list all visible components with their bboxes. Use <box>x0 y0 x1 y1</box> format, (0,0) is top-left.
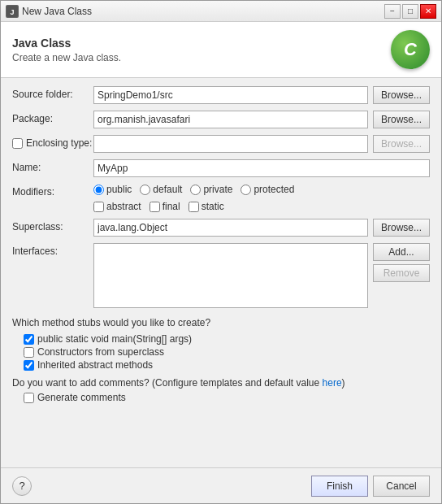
superclass-label: Superclass: <box>12 219 93 232</box>
dialog-title: Java Class <box>12 37 121 50</box>
close-button[interactable]: ✕ <box>420 4 436 19</box>
package-label: Package: <box>12 111 93 124</box>
title-bar: J New Java Class − □ ✕ <box>1 1 441 22</box>
modifier-private-radio[interactable] <box>190 185 201 195</box>
modifier-abstract-checkbox[interactable] <box>93 202 104 212</box>
window-title: New Java Class <box>22 6 92 17</box>
modifier-protected-option[interactable]: protected <box>240 184 294 195</box>
minimize-button[interactable]: − <box>384 4 401 19</box>
interfaces-area <box>93 243 368 311</box>
cancel-button[interactable]: Cancel <box>373 476 430 497</box>
source-folder-field <box>93 86 368 104</box>
superclass-row: Superclass: Browse... <box>12 219 430 237</box>
stubs-question: Which method stubs would you like to cre… <box>12 317 430 328</box>
form-content: Source folder: Browse... Package: Browse… <box>1 78 441 467</box>
source-folder-browse-button[interactable]: Browse... <box>373 86 430 104</box>
package-field <box>93 111 368 128</box>
generate-comments-label: Generate comments <box>37 392 126 403</box>
enclosing-type-label: Enclosing type: <box>26 137 92 149</box>
enclosing-type-checkbox[interactable] <box>12 138 23 149</box>
modifier-final-checkbox[interactable] <box>150 202 160 212</box>
enclosing-type-row: Enclosing type: Browse... <box>12 135 430 153</box>
modifier-abstract-label: abstract <box>106 201 141 212</box>
source-folder-label: Source folder: <box>12 86 93 100</box>
package-input[interactable] <box>93 111 368 128</box>
superclass-browse-button[interactable]: Browse... <box>373 219 430 237</box>
footer-buttons: Finish Cancel <box>311 476 430 497</box>
modifiers-access-row: public default private protected <box>93 184 294 195</box>
title-bar-left: J New Java Class <box>6 5 92 18</box>
source-folder-row: Source folder: Browse... <box>12 86 430 104</box>
modifier-abstract-option[interactable]: abstract <box>93 201 141 212</box>
modifier-public-radio[interactable] <box>93 185 104 195</box>
comments-question-end: ) <box>342 377 345 389</box>
header-area: Java Class Create a new Java class. C <box>1 22 441 78</box>
title-bar-controls: − □ ✕ <box>384 4 436 19</box>
modifiers-other-row: abstract final static <box>93 201 294 212</box>
enclosing-type-checkbox-label: Enclosing type: <box>12 135 93 149</box>
superclass-field <box>93 219 368 237</box>
header-text: Java Class Create a new Java class. <box>12 37 121 63</box>
source-folder-input[interactable] <box>93 86 368 104</box>
superclass-input[interactable] <box>93 219 368 237</box>
modifier-private-label: private <box>203 184 232 195</box>
maximize-button[interactable]: □ <box>402 4 418 19</box>
modifier-default-label: default <box>153 184 182 195</box>
modifier-default-radio[interactable] <box>140 185 150 195</box>
modifier-static-option[interactable]: static <box>188 201 224 212</box>
package-browse-button[interactable]: Browse... <box>373 111 430 128</box>
stub-constructor-checkbox[interactable] <box>24 347 34 358</box>
generate-comments-checkbox[interactable] <box>24 393 34 403</box>
modifier-protected-radio[interactable] <box>240 185 251 195</box>
stub-inherited-checkbox[interactable] <box>24 360 34 371</box>
eclipse-logo: C <box>391 30 430 69</box>
interfaces-textarea[interactable] <box>93 243 368 308</box>
stub-constructor-item[interactable]: Constructors from superclass <box>24 346 430 358</box>
name-input[interactable] <box>93 159 430 177</box>
generate-comments-item[interactable]: Generate comments <box>24 392 430 403</box>
modifier-final-option[interactable]: final <box>150 201 180 212</box>
help-button[interactable]: ? <box>12 476 32 496</box>
interfaces-row: Interfaces: Add... Remove <box>12 243 430 311</box>
modifiers-section: public default private protected <box>93 184 294 212</box>
stub-inherited-label: Inherited abstract methods <box>37 359 153 371</box>
modifier-private-option[interactable]: private <box>190 184 232 195</box>
comments-question: Do you want to add comments? (Configure … <box>12 377 430 389</box>
modifier-protected-label: protected <box>254 184 294 195</box>
modifier-static-checkbox[interactable] <box>188 202 199 212</box>
package-row: Package: Browse... <box>12 111 430 128</box>
stub-constructor-label: Constructors from superclass <box>37 346 164 358</box>
comments-section: Do you want to add comments? (Configure … <box>12 377 430 403</box>
modifier-default-option[interactable]: default <box>140 184 182 195</box>
enclosing-type-field <box>93 135 368 153</box>
app-icon: J <box>6 5 19 18</box>
name-row: Name: <box>12 159 430 177</box>
finish-button[interactable]: Finish <box>311 476 368 497</box>
dialog-window: J New Java Class − □ ✕ Java Class Create… <box>0 0 442 504</box>
stubs-list: public static void main(String[] args) C… <box>24 333 430 371</box>
stub-main-label: public static void main(String[] args) <box>37 333 192 345</box>
interfaces-label: Interfaces: <box>12 243 93 257</box>
modifier-static-label: static <box>202 201 224 212</box>
name-field <box>93 159 430 177</box>
svg-text:J: J <box>10 8 14 16</box>
interfaces-buttons: Add... Remove <box>373 243 430 282</box>
name-label: Name: <box>12 159 93 173</box>
comments-question-text: Do you want to add comments? (Configure … <box>12 377 323 389</box>
stub-main-checkbox[interactable] <box>24 334 34 345</box>
interfaces-add-button[interactable]: Add... <box>373 243 430 261</box>
modifier-final-label: final <box>162 201 180 212</box>
dialog-subtitle: Create a new Java class. <box>12 52 121 63</box>
enclosing-type-input[interactable] <box>93 135 368 153</box>
stub-inherited-item[interactable]: Inherited abstract methods <box>24 359 430 371</box>
modifiers-row: Modifiers: public default private <box>12 184 430 212</box>
modifier-public-option[interactable]: public <box>93 184 132 195</box>
comments-here-link[interactable]: here <box>323 377 342 389</box>
interfaces-remove-button[interactable]: Remove <box>373 264 430 282</box>
modifiers-label: Modifiers: <box>12 184 93 198</box>
modifier-public-label: public <box>106 184 132 195</box>
stub-main-item[interactable]: public static void main(String[] args) <box>24 333 430 345</box>
dialog-footer: ? Finish Cancel <box>1 467 441 503</box>
enclosing-type-browse-button[interactable]: Browse... <box>373 135 430 153</box>
